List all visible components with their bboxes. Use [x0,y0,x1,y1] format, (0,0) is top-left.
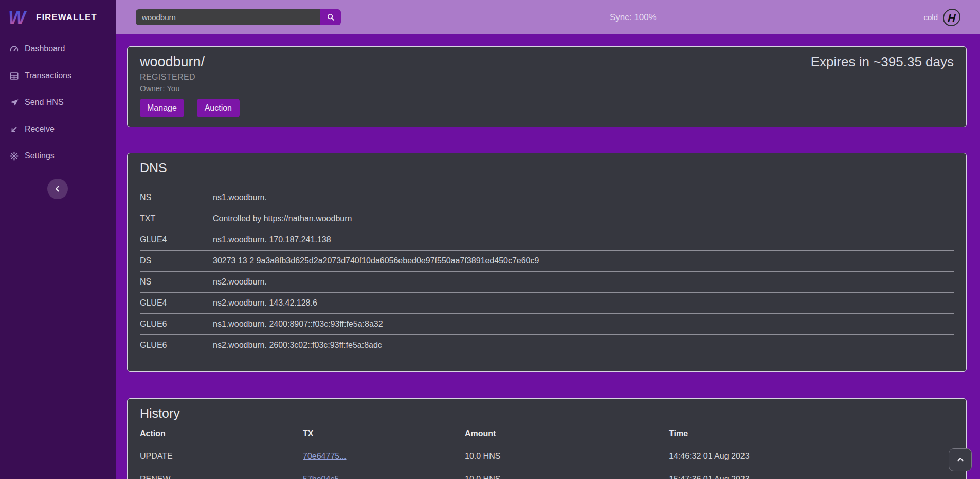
history-header-row: Action TX Amount Time [140,421,954,445]
main-content: woodburn/ Expires in ~395.35 days REGIST… [116,34,980,479]
history-card: History Action TX Amount Time UPDATE 70e… [127,398,967,479]
scroll-to-top-button[interactable] [949,448,972,471]
history-amount: 10.0 HNS [465,468,669,479]
domain-card: woodburn/ Expires in ~395.35 days REGIST… [127,46,967,127]
history-row: RENEW 57be04c5... 10.0 HNS 15:47:36 01 A… [140,468,954,479]
manage-button[interactable]: Manage [140,99,184,117]
history-action: UPDATE [140,445,303,468]
dns-record-row: NS ns2.woodburn. [140,272,954,293]
sidebar-item-receive[interactable]: Receive [0,116,116,143]
sidebar-menu: Dashboard Transactions Send HNS [0,36,116,169]
handshake-logo-icon[interactable]: H [942,9,961,26]
search-bar [136,9,341,25]
dns-record-type: GLUE4 [140,293,213,314]
search-icon [326,13,335,22]
search-input[interactable] [136,9,320,25]
dns-record-type: GLUE4 [140,229,213,251]
dns-record-type: TXT [140,208,213,229]
history-table: Action TX Amount Time UPDATE 70e64775...… [140,421,954,479]
dns-record-type: GLUE6 [140,314,213,335]
domain-title: woodburn/ [140,54,205,69]
wallet-area: cold H [923,0,960,34]
topbar: Sync: 100% cold H [116,0,980,34]
dns-record-row: GLUE4 ns2.woodburn. 143.42.128.6 [140,293,954,314]
sidebar-item-dashboard[interactable]: Dashboard [0,36,116,62]
dns-record-value: 30273 13 2 9a3a8fb3d625d2a2073d740f10da6… [213,251,954,272]
dns-record-row: DS 30273 13 2 9a3a8fb3d625d2a2073d740f10… [140,251,954,272]
history-col-action: Action [140,421,303,445]
dns-record-value: ns1.woodburn. 2400:8907::f03c:93ff:fe5a:… [213,314,954,335]
history-col-time: Time [669,421,954,445]
dns-record-value: ns1.woodburn. 170.187.241.138 [213,229,954,251]
sidebar-collapse-button[interactable] [47,179,68,199]
dns-record-value: ns2.woodburn. 2600:3c02::f03c:93ff:fe5a:… [213,335,954,356]
chevron-left-icon [53,185,62,193]
table-icon [9,71,19,81]
auction-button[interactable]: Auction [197,99,240,117]
history-col-tx: TX [303,421,465,445]
tx-link[interactable]: 57be04c5... [303,475,346,479]
dns-record-row: TXT Controlled by https://nathan.woodbur… [140,208,954,229]
history-action: RENEW [140,468,303,479]
sidebar: W FIREWALLET Dashboard Transactions [0,0,116,479]
sidebar-item-transactions[interactable]: Transactions [0,62,116,89]
wallet-name: cold [923,13,938,22]
dns-record-type: NS [140,187,213,208]
history-card-title: History [140,406,954,421]
receive-arrow-icon [9,125,19,134]
dns-record-row: GLUE6 ns1.woodburn. 2400:8907::f03c:93ff… [140,314,954,335]
dns-record-value: ns2.woodburn. [213,272,954,293]
domain-status: REGISTERED [140,73,954,82]
dns-record-row: GLUE6 ns2.woodburn. 2600:3c02::f03c:93ff… [140,335,954,356]
tx-link[interactable]: 70e64775... [303,452,347,460]
sidebar-item-label: Receive [25,125,55,134]
sidebar-item-label: Transactions [25,71,71,80]
sidebar-item-label: Settings [25,151,55,161]
gear-icon [9,151,19,161]
history-time: 14:46:32 01 Aug 2023 [669,445,954,468]
history-time: 15:47:36 01 Aug 2023 [669,468,954,479]
dns-record-type: DS [140,251,213,272]
search-button[interactable] [320,9,341,25]
gauge-icon [9,44,19,54]
history-row: UPDATE 70e64775... 10.0 HNS 14:46:32 01 … [140,445,954,468]
dns-record-value: ns2.woodburn. 143.42.128.6 [213,293,954,314]
dns-record-row: NS ns1.woodburn. [140,187,954,208]
firewallet-w-logo-icon: W [8,8,30,27]
svg-text:W: W [8,8,27,27]
dns-record-type: GLUE6 [140,335,213,356]
dns-record-type: NS [140,272,213,293]
sidebar-item-label: Dashboard [25,44,65,54]
dns-card: DNS NS ns1.woodburn. TXT Controlled by h… [127,153,967,372]
sync-status: Sync: 100% [610,0,657,34]
handshake-glyph: H [948,12,956,23]
history-col-amount: Amount [465,421,669,445]
dns-record-value: Controlled by https://nathan.woodburn [213,208,954,229]
app-name: FIREWALLET [36,12,97,23]
sidebar-item-label: Send HNS [25,98,64,107]
dns-table: NS ns1.woodburn. TXT Controlled by https… [140,187,954,356]
dns-record-row: GLUE4 ns1.woodburn. 170.187.241.138 [140,229,954,251]
sidebar-item-send-hns[interactable]: Send HNS [0,89,116,116]
domain-expiry: Expires in ~395.35 days [811,54,954,69]
domain-owner: Owner: You [140,84,954,93]
send-icon [9,98,19,108]
app-logo: W FIREWALLET [0,0,116,34]
sidebar-item-settings[interactable]: Settings [0,143,116,169]
dns-card-title: DNS [140,161,954,175]
dns-record-value: ns1.woodburn. [213,187,954,208]
history-amount: 10.0 HNS [465,445,669,468]
chevron-up-icon [956,456,965,464]
